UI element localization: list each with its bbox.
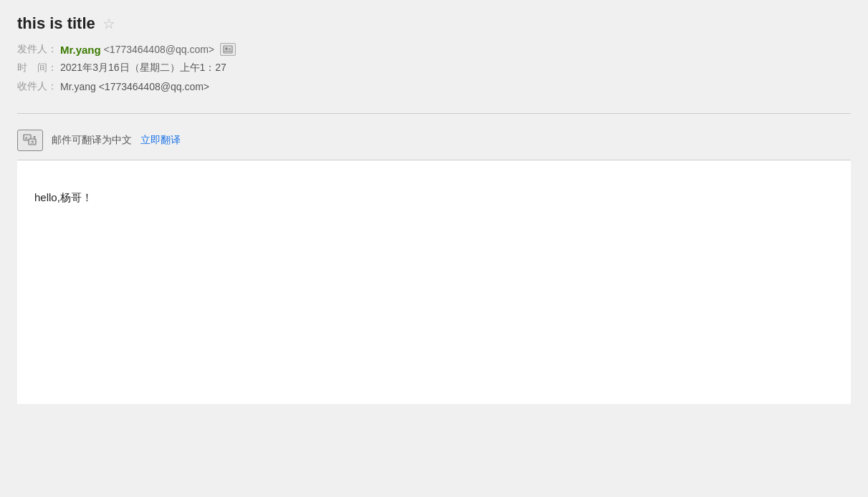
from-label: 发件人：	[17, 43, 60, 56]
email-content: hello,杨哥！	[34, 189, 834, 206]
email-title: this is title	[17, 14, 95, 33]
svg-rect-0	[224, 46, 232, 53]
svg-rect-3	[229, 49, 231, 50]
time-row: 时 间： 2021年3月16日（星期二）上午1：27	[17, 62, 851, 74]
to-label: 收件人：	[17, 80, 60, 93]
sender-email: <1773464408@qq.com>	[104, 44, 214, 55]
star-icon[interactable]: ☆	[102, 15, 115, 32]
translate-bar: A 文 邮件可翻译为中文 立即翻译	[17, 121, 851, 160]
svg-rect-4	[224, 51, 232, 52]
translate-link[interactable]: 立即翻译	[140, 134, 181, 147]
from-row: 发件人： Mr.yang <1773464408@qq.com>	[17, 43, 851, 56]
email-title-row: this is title ☆	[17, 14, 851, 33]
header-divider	[17, 113, 851, 114]
recipient-value: Mr.yang <1773464408@qq.com>	[60, 81, 209, 92]
sender-name: Mr.yang	[60, 44, 101, 56]
time-label: 时 间：	[17, 62, 60, 74]
email-container: this is title ☆ 发件人： Mr.yang <1773464408…	[0, 0, 868, 497]
svg-point-1	[225, 47, 228, 50]
email-header: this is title ☆ 发件人： Mr.yang <1773464408…	[17, 14, 851, 106]
svg-text:文: 文	[31, 140, 34, 144]
recipient-row: 收件人： Mr.yang <1773464408@qq.com>	[17, 80, 851, 93]
translate-notice: 邮件可翻译为中文	[52, 134, 132, 147]
contact-card-icon[interactable]	[220, 43, 236, 56]
email-body: hello,杨哥！	[17, 160, 851, 404]
time-value: 2021年3月16日（星期二）上午1：27	[60, 62, 226, 74]
translate-icon: A 文	[17, 130, 43, 151]
svg-rect-2	[229, 48, 231, 49]
